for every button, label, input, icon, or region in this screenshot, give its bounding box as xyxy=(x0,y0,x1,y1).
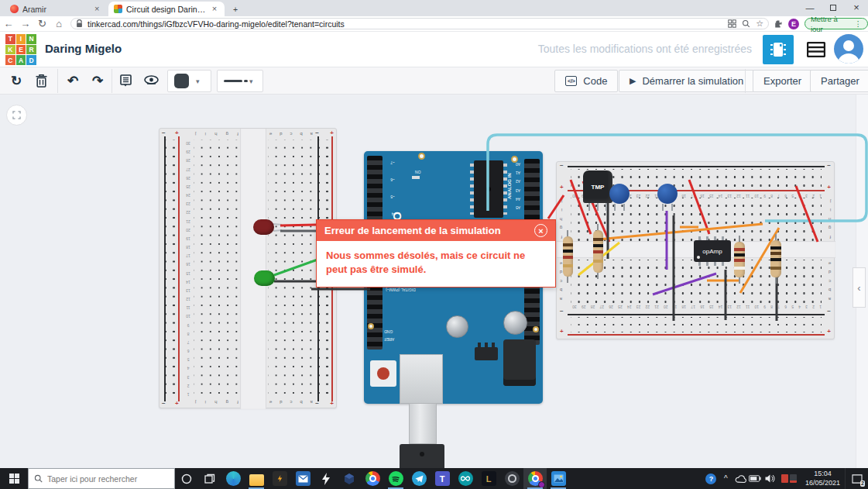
tab-close-icon[interactable]: × xyxy=(210,5,219,13)
capacitor-blue[interactable] xyxy=(657,184,678,204)
reload-icon[interactable]: ↻ xyxy=(34,18,51,29)
teams-app-icon[interactable]: T xyxy=(431,468,454,489)
tmp-sensor[interactable]: TMP xyxy=(583,170,612,203)
zoom-to-fit-button[interactable] xyxy=(6,105,27,126)
cube-app-icon[interactable] xyxy=(338,468,361,489)
update-chrome-button[interactable]: Mettre à jour ⋮ xyxy=(805,18,868,29)
onedrive-cloud-icon[interactable] xyxy=(733,468,748,489)
analog-pin-labels: A5A4A3A2A1A0 xyxy=(513,162,523,210)
design-title[interactable]: Daring Migelo xyxy=(45,42,122,55)
user-avatar[interactable] xyxy=(834,34,863,64)
usb-cable-plug[interactable] xyxy=(409,403,437,444)
tinkercad-logo[interactable]: TIN KER CAD xyxy=(5,34,36,65)
telegram-app-icon[interactable] xyxy=(407,468,431,489)
open-panel-handle[interactable]: ‹ xyxy=(853,267,866,308)
delete-button[interactable] xyxy=(33,71,50,90)
usb-cable-end[interactable] xyxy=(400,444,444,468)
share-button[interactable]: Partager xyxy=(810,70,868,92)
notes-button[interactable] xyxy=(116,71,135,90)
voltage-regulator xyxy=(475,347,498,360)
forward-icon[interactable]: → xyxy=(17,18,34,29)
tab-close-icon[interactable]: × xyxy=(93,5,101,13)
capacitor-electrolytic[interactable] xyxy=(446,315,468,338)
url-text: tinkercad.com/things/iGfbzcVFVHo-daring-… xyxy=(87,19,345,29)
resistor[interactable] xyxy=(770,240,781,277)
help-icon[interactable]: ? xyxy=(704,468,719,489)
bookmark-star-icon[interactable]: ☆ xyxy=(756,19,763,29)
new-tab-button[interactable]: + xyxy=(228,2,243,16)
components-chip-button[interactable] xyxy=(763,35,794,64)
lightning-app-icon[interactable] xyxy=(314,468,338,489)
battery-icon[interactable] xyxy=(748,468,763,489)
file-explorer-app-icon[interactable] xyxy=(245,468,268,489)
task-view-button[interactable] xyxy=(198,468,221,489)
date-text: 16/05/2021 xyxy=(805,479,840,487)
address-bar[interactable]: tinkercad.com/things/iGfbzcVFVHo-daring-… xyxy=(70,18,769,29)
start-button[interactable] xyxy=(0,468,28,489)
component-list-button[interactable] xyxy=(805,40,828,60)
start-simulation-button[interactable]: ▶ Démarrer la simulation xyxy=(619,70,754,92)
visibility-button[interactable] xyxy=(141,71,161,90)
edge-app-icon[interactable] xyxy=(221,468,245,489)
redo-button[interactable]: ↷ xyxy=(88,71,107,90)
dialog-message: Nous sommes désolés, mais ce circuit ne … xyxy=(317,241,555,287)
desktop: Aramir × Circuit design Daring Migelo | … xyxy=(0,0,868,489)
chrome-active-app-icon[interactable] xyxy=(523,468,547,489)
trash-icon xyxy=(36,74,47,88)
search-input[interactable] xyxy=(47,474,163,484)
undo-button[interactable]: ↶ xyxy=(63,71,82,90)
obs-app-icon[interactable] xyxy=(500,468,523,489)
tray-app-icon[interactable] xyxy=(786,468,801,489)
speaker-icon[interactable] xyxy=(763,468,777,489)
infinity-app-icon[interactable] xyxy=(454,468,477,489)
led-green[interactable] xyxy=(254,270,275,286)
taskbar-clock[interactable]: 15:04 16/05/2021 xyxy=(801,470,845,487)
chrome-icon xyxy=(365,471,380,486)
tab-title: Aramir xyxy=(22,5,89,14)
action-center-button[interactable]: 2 xyxy=(845,468,868,489)
atmega-chip[interactable] xyxy=(474,160,503,218)
tab-aramir[interactable]: Aramir × xyxy=(5,2,107,16)
reset-button[interactable] xyxy=(370,360,396,387)
back-icon[interactable]: ← xyxy=(0,18,17,29)
dialog-close-icon[interactable]: × xyxy=(534,224,547,237)
taskbar-search[interactable] xyxy=(28,468,175,489)
mail-app-icon[interactable] xyxy=(291,468,314,489)
chevron-up-icon[interactable]: ^ xyxy=(719,468,733,489)
tab-circuit-design[interactable]: Circuit design Daring Migelo | Ti × xyxy=(108,2,225,16)
circuit-canvas[interactable]: − + − + − + − + fghij abcde fghij abcde … xyxy=(0,95,868,468)
start-simulation-label: Démarrer la simulation xyxy=(642,75,743,87)
led-red[interactable] xyxy=(253,219,274,235)
home-icon[interactable]: ⌂ xyxy=(50,18,67,29)
resistor[interactable] xyxy=(563,236,573,277)
rotate-button[interactable]: ↻ xyxy=(6,71,26,90)
extensions-puzzle-icon[interactable] xyxy=(774,19,783,29)
notification-badge: 2 xyxy=(860,480,865,487)
browser-toolbar: ← → ↻ ⌂ tinkercad.com/things/iGfbzcVFVHo… xyxy=(0,16,868,32)
row-numbers: 1234567891011121314151617181920212223242… xyxy=(184,141,192,397)
tab-title: Circuit design Daring Migelo | Ti xyxy=(126,5,206,14)
opamp-chip[interactable]: opAmp xyxy=(694,240,731,262)
resistor[interactable] xyxy=(593,230,603,273)
league-app-icon[interactable]: L xyxy=(477,468,500,489)
tab-groups-icon[interactable] xyxy=(728,19,736,28)
orange-s-app-icon[interactable] xyxy=(268,468,291,489)
capacitor-blue[interactable] xyxy=(609,184,630,204)
photos-app-icon[interactable] xyxy=(547,468,570,489)
zoom-icon[interactable] xyxy=(742,19,750,28)
color-dropdown[interactable]: ▾ xyxy=(167,70,211,92)
export-button[interactable]: Exporter xyxy=(753,70,812,92)
resistor[interactable] xyxy=(734,242,745,277)
save-status: Toutes les modifications ont été enregis… xyxy=(538,43,752,55)
cortana-button[interactable] xyxy=(175,468,198,489)
breadboard-left[interactable]: − + − + − + − + fghij abcde fghij abcde … xyxy=(159,128,337,408)
update-label: Mettre à jour xyxy=(811,14,852,34)
code-button[interactable]: </> Code xyxy=(554,70,618,92)
rail-minus-label: − xyxy=(162,129,166,136)
usb-connector xyxy=(400,354,443,404)
wire-style-dropdown[interactable]: ▾ xyxy=(217,70,263,92)
chrome-app-icon[interactable] xyxy=(361,468,384,489)
capacitor-electrolytic[interactable] xyxy=(503,311,527,335)
spotify-app-icon[interactable] xyxy=(384,468,407,489)
browser-profile-avatar[interactable]: E xyxy=(788,19,799,29)
